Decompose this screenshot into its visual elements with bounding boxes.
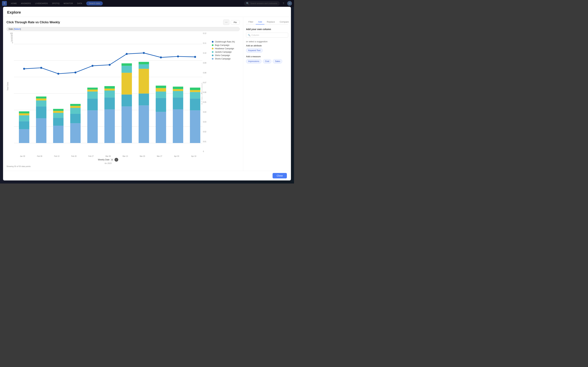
more-options-button[interactable]: ··· xyxy=(223,19,229,25)
ctr-dot-6 xyxy=(109,64,111,66)
column-search-icon: 🔍 xyxy=(248,34,251,36)
svg-rect-60 xyxy=(190,90,200,92)
ctr-dot-5 xyxy=(92,65,94,67)
svg-rect-41 xyxy=(121,63,132,66)
legend-item-shorts: Shorts Campaign xyxy=(212,58,237,60)
x-tick-apr03: Apr 03 xyxy=(168,155,185,157)
y-right-0.12: 0.12 xyxy=(203,33,206,34)
tab-filter[interactable]: Filter xyxy=(246,19,256,25)
x-tick-mar13: Mar 13 xyxy=(117,155,134,157)
y-right-0: 0 xyxy=(203,150,204,152)
legend-item-jackets: Jackets Campaign xyxy=(212,51,237,53)
svg-rect-8 xyxy=(19,121,29,129)
y-right-0.02: 0.02 xyxy=(203,131,206,133)
legend-label-headwear: Headwear Campaign xyxy=(215,47,234,50)
x-tick-mar06: Mar 06 xyxy=(100,155,117,157)
explore-dialog: Explore Click Through Rate vs Clicks Wee… xyxy=(3,7,291,180)
bar-apr03 xyxy=(173,87,183,143)
filter-chip-pre: Date ( xyxy=(9,28,14,30)
y-right-0.04: 0.04 xyxy=(203,111,206,113)
weekly-date-sort[interactable]: ↑ xyxy=(114,158,118,162)
legend-dot-jackets xyxy=(212,51,214,53)
svg-rect-25 xyxy=(70,106,81,108)
x-tick-feb20: Feb 20 xyxy=(65,155,83,157)
svg-rect-59 xyxy=(190,92,200,99)
svg-rect-17 xyxy=(53,126,63,143)
date-filter-chip[interactable]: Date (Select) xyxy=(7,27,240,31)
svg-rect-52 xyxy=(173,109,183,143)
y-tick-6k: 6K xyxy=(11,36,13,38)
bar-apr10 xyxy=(190,88,200,143)
svg-rect-45 xyxy=(139,64,149,69)
column-search-box[interactable]: 🔍 xyxy=(246,33,288,38)
chip-keyword-text[interactable]: Keyword Text xyxy=(246,48,263,53)
chip-impressions[interactable]: Impressions xyxy=(246,59,261,64)
svg-rect-55 xyxy=(173,89,183,91)
bars-area: Clickthrough Rate (%) xyxy=(14,33,202,155)
svg-rect-39 xyxy=(121,73,132,94)
weekly-date-dropdown[interactable]: ▾ xyxy=(110,158,113,161)
legend-item-bags: Bags Campaign xyxy=(212,44,237,46)
suggestion-section-title: or select a suggestion xyxy=(246,40,288,43)
svg-rect-47 xyxy=(156,112,166,143)
svg-rect-12 xyxy=(36,118,46,143)
y-axis-left-label: Total Clicks xyxy=(7,82,9,91)
svg-rect-51 xyxy=(156,86,166,88)
legend-dot-shirts xyxy=(212,55,214,56)
y-axis-left: Total Clicks 10K 8K 6K 4K 2K 0 xyxy=(7,33,14,165)
legend-label-jackets: Jackets Campaign xyxy=(215,51,232,53)
y-right-0.08: 0.08 xyxy=(203,72,206,74)
svg-rect-49 xyxy=(156,92,166,98)
y-right-0.01: 0.01 xyxy=(203,141,206,142)
ctr-dot-2 xyxy=(40,67,42,69)
legend-item-ctr: Clickthrough Rate (%) xyxy=(212,41,237,43)
chip-cost[interactable]: Cost xyxy=(263,59,272,64)
column-search-input[interactable] xyxy=(251,34,286,36)
svg-text:Clickthrough Rate (%): Clickthrough Rate (%) xyxy=(201,83,202,104)
dialog-footer: Close xyxy=(3,171,291,180)
svg-rect-19 xyxy=(53,113,63,118)
panel-tabs: Filter Add Replace Compare xyxy=(246,19,288,25)
tab-compare[interactable]: Compare xyxy=(277,19,291,25)
svg-rect-20 xyxy=(53,111,63,113)
dialog-body: Click Through Rate vs Clicks Weekly ··· … xyxy=(3,17,291,171)
ctr-dot-1 xyxy=(23,68,25,70)
svg-rect-30 xyxy=(87,90,98,92)
legend-dot-headwear xyxy=(212,48,214,50)
weekly-date-sub: for 2023 xyxy=(14,162,202,165)
chart-header: Click Through Rate vs Clicks Weekly ··· … xyxy=(7,19,240,25)
ctr-dot-11 xyxy=(194,56,196,58)
svg-rect-57 xyxy=(190,110,200,143)
add-measure-label: Add a measure xyxy=(246,55,288,58)
filter-chip-post: ) xyxy=(20,28,21,30)
ctr-line xyxy=(24,53,195,74)
x-tick-feb27: Feb 27 xyxy=(83,155,100,157)
svg-rect-23 xyxy=(70,114,81,123)
measure-chips: Impressions Cost Sales xyxy=(246,59,288,64)
chart-title: Click Through Rate vs Clicks Weekly xyxy=(7,21,60,24)
pin-button[interactable]: Pin xyxy=(231,20,240,25)
svg-rect-44 xyxy=(139,69,149,94)
svg-rect-34 xyxy=(104,91,115,98)
y-right-0.07: 0.07 xyxy=(203,82,206,83)
y-right-0.09: 0.09 xyxy=(203,62,206,64)
close-button[interactable]: Close xyxy=(273,173,287,178)
y-right-0.10: 0.10 xyxy=(203,52,206,54)
tab-add[interactable]: Add xyxy=(256,19,264,25)
ctr-dot-4 xyxy=(74,72,76,74)
svg-rect-11 xyxy=(19,111,29,113)
svg-rect-56 xyxy=(173,87,183,89)
ctr-dot-7 xyxy=(126,53,128,55)
legend-dot-ctr xyxy=(212,41,214,43)
svg-rect-15 xyxy=(36,99,46,100)
bar-jan30 xyxy=(19,111,29,143)
tab-replace[interactable]: Replace xyxy=(264,19,277,25)
chart-plot: Clickthrough Rate (%) Jan 30 Feb 06 Feb … xyxy=(14,33,202,165)
svg-rect-29 xyxy=(87,92,98,99)
legend-label-ctr: Clickthrough Rate (%) xyxy=(215,41,235,43)
svg-rect-27 xyxy=(87,110,98,143)
chip-sales[interactable]: Sales xyxy=(273,59,282,64)
svg-rect-54 xyxy=(173,91,183,98)
svg-rect-24 xyxy=(70,108,81,114)
svg-rect-43 xyxy=(139,94,149,106)
